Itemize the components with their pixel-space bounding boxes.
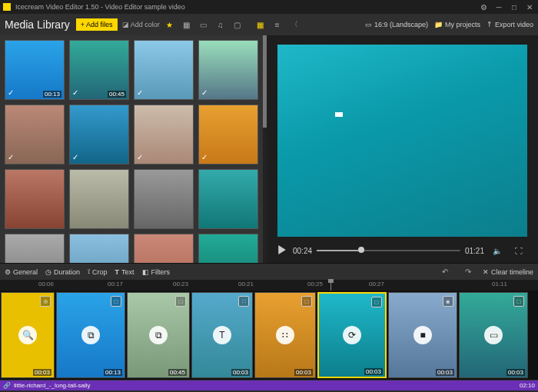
link-icon: 🔗 bbox=[3, 382, 11, 389]
library-thumb[interactable]: ✓ bbox=[198, 105, 258, 164]
audio-track[interactable]: 🔗 little-richard_-_long-tall-sally 02:10 bbox=[0, 380, 538, 390]
timeline-clip[interactable]: □∷00:03 bbox=[254, 292, 316, 378]
clip-duration: 00:03 bbox=[506, 369, 525, 376]
timeline-clip[interactable]: □⧉00:13 bbox=[56, 292, 125, 378]
clip-type-icon: ⊕ bbox=[40, 296, 51, 307]
timeline-clip[interactable]: ⊕🔍00:03 bbox=[1, 292, 55, 378]
clip-transition-button[interactable]: ⧉ bbox=[81, 326, 100, 344]
clip-duration: 00:03 bbox=[436, 369, 454, 376]
add-color-button[interactable]: ◪ Add color bbox=[122, 18, 160, 32]
library-thumb[interactable] bbox=[198, 234, 258, 263]
preview-panel: 00:24 01:21 🔈 ⛶ bbox=[267, 35, 538, 263]
clip-transition-button[interactable]: ⧉ bbox=[149, 326, 168, 344]
clip-type-icon: ■ bbox=[443, 296, 453, 307]
app-logo-icon bbox=[3, 3, 11, 11]
clip-transition-button[interactable]: ▭ bbox=[484, 326, 503, 344]
close-button[interactable]: ✕ bbox=[524, 2, 535, 12]
redo-icon[interactable]: ↷ bbox=[461, 265, 475, 279]
timeline-ruler[interactable]: 00:0600:1700:2300:2100:2500:2701:11 bbox=[0, 280, 538, 291]
library-thumb[interactable]: ✓ bbox=[198, 40, 258, 100]
current-time: 00:24 bbox=[293, 247, 312, 255]
library-thumb[interactable]: ✓00:45 bbox=[69, 40, 129, 100]
fullscreen-icon[interactable]: ⛶ bbox=[512, 244, 526, 257]
total-time: 01:21 bbox=[465, 247, 484, 255]
clear-timeline-label: Clear timeline bbox=[491, 268, 533, 276]
tab-general[interactable]: ⚙ General bbox=[5, 268, 38, 276]
seek-bar[interactable] bbox=[317, 250, 460, 251]
player-controls: 00:24 01:21 🔈 ⛶ bbox=[274, 241, 530, 260]
check-icon: ✓ bbox=[137, 88, 143, 97]
view-grid-icon[interactable]: ▦ bbox=[254, 18, 267, 32]
library-thumb[interactable] bbox=[69, 169, 129, 229]
library-thumb[interactable] bbox=[5, 169, 65, 229]
timeline-clip[interactable]: □⟳00:03 bbox=[317, 292, 387, 378]
clip-duration: 00:03 bbox=[33, 369, 51, 376]
library-scrollbar[interactable] bbox=[263, 35, 267, 263]
minimize-button[interactable]: ─ bbox=[493, 2, 504, 12]
clip-transition-button[interactable]: ⟳ bbox=[343, 326, 361, 344]
seek-handle[interactable] bbox=[358, 247, 364, 253]
timeline-clip[interactable]: □⧉00:45 bbox=[127, 292, 190, 378]
library-thumb[interactable] bbox=[69, 234, 129, 263]
export-video-button[interactable]: ⤒ Export video bbox=[487, 21, 533, 28]
filter-image-icon[interactable]: ▦ bbox=[180, 18, 194, 32]
aspect-ratio-button[interactable]: ▭ 16:9 (Landscape) bbox=[365, 21, 428, 28]
add-color-label: Add color bbox=[131, 21, 160, 28]
volume-icon[interactable]: 🔈 bbox=[490, 244, 504, 257]
tab-duration-label: Duration bbox=[54, 268, 80, 276]
filter-audio-icon[interactable]: ♫ bbox=[214, 18, 227, 32]
check-icon: ✓ bbox=[8, 153, 14, 161]
timeline-clip[interactable]: □▭00:03 bbox=[459, 292, 528, 378]
thumb-duration: 00:13 bbox=[43, 91, 61, 98]
tab-filters[interactable]: ◧ Filters bbox=[142, 268, 171, 276]
clip-transition-button[interactable]: ∷ bbox=[276, 326, 294, 344]
library-thumb[interactable]: ✓00:13 bbox=[5, 40, 65, 100]
timeline-clip[interactable]: ■■00:03 bbox=[388, 292, 457, 378]
undo-icon[interactable]: ↶ bbox=[438, 265, 452, 279]
check-icon: ✓ bbox=[8, 88, 14, 97]
preview-video[interactable] bbox=[277, 45, 527, 237]
gear-icon[interactable]: ⚙ bbox=[478, 2, 489, 12]
filter-star-icon[interactable]: ★ bbox=[163, 18, 177, 32]
my-projects-label: My projects bbox=[445, 21, 480, 28]
library-thumb[interactable] bbox=[134, 234, 194, 263]
tab-text[interactable]: T Text bbox=[115, 268, 134, 276]
clip-transition-button[interactable]: T bbox=[213, 326, 231, 344]
check-icon: ✓ bbox=[201, 153, 208, 161]
filter-text-icon[interactable]: ▢ bbox=[231, 18, 244, 32]
clip-property-tabs: ⚙ General ◷ Duration ⟟ Crop T Text ◧ Fil… bbox=[0, 263, 538, 280]
collapse-icon[interactable]: 〈 bbox=[287, 18, 301, 32]
clip-transition-button[interactable]: 🔍 bbox=[18, 326, 37, 344]
clip-duration: 00:03 bbox=[231, 369, 250, 376]
library-thumb[interactable] bbox=[5, 234, 65, 263]
maximize-button[interactable]: □ bbox=[509, 2, 520, 12]
my-projects-button[interactable]: 📁 My projects bbox=[434, 21, 480, 28]
ruler-mark: 00:25 bbox=[307, 281, 323, 287]
svg-marker-0 bbox=[278, 245, 286, 254]
library-thumb[interactable] bbox=[134, 169, 194, 229]
ruler-mark: 01:11 bbox=[492, 281, 507, 287]
library-thumb[interactable]: ✓ bbox=[5, 105, 65, 164]
timeline-clip[interactable]: ∷T00:03 bbox=[191, 292, 253, 378]
clip-type-icon: □ bbox=[175, 296, 186, 307]
tab-duration[interactable]: ◷ Duration bbox=[45, 268, 80, 276]
tab-crop[interactable]: ⟟ Crop bbox=[88, 267, 108, 276]
filter-video-icon[interactable]: ▭ bbox=[197, 18, 211, 32]
export-label: Export video bbox=[495, 21, 533, 28]
clear-timeline-button[interactable]: ✕ Clear timeline bbox=[483, 268, 533, 276]
audio-clip-duration: 02:10 bbox=[520, 382, 535, 389]
clip-type-icon: □ bbox=[371, 297, 382, 307]
view-list-icon[interactable]: ≡ bbox=[271, 18, 284, 32]
main-area: ✓00:13✓00:45✓✓✓✓✓✓ 00:24 01:21 🔈 ⛶ bbox=[0, 35, 538, 263]
timeline-track[interactable]: ⊕🔍00:03□⧉00:13□⧉00:45∷T00:03□∷00:03□⟳00:… bbox=[0, 291, 538, 380]
play-button[interactable] bbox=[277, 245, 288, 256]
media-library-label: Media Library bbox=[5, 18, 70, 31]
clip-transition-button[interactable]: ■ bbox=[413, 326, 432, 344]
library-thumb[interactable]: ✓ bbox=[134, 40, 194, 100]
add-files-button[interactable]: + Add files bbox=[76, 18, 118, 31]
library-thumb[interactable] bbox=[198, 169, 258, 229]
titlebar: Icecream Video Editor 1.50 - Video Edito… bbox=[0, 0, 538, 14]
library-thumb[interactable]: ✓ bbox=[69, 105, 129, 164]
aspect-ratio-label: 16:9 (Landscape) bbox=[374, 21, 428, 28]
library-thumb[interactable]: ✓ bbox=[134, 105, 194, 164]
